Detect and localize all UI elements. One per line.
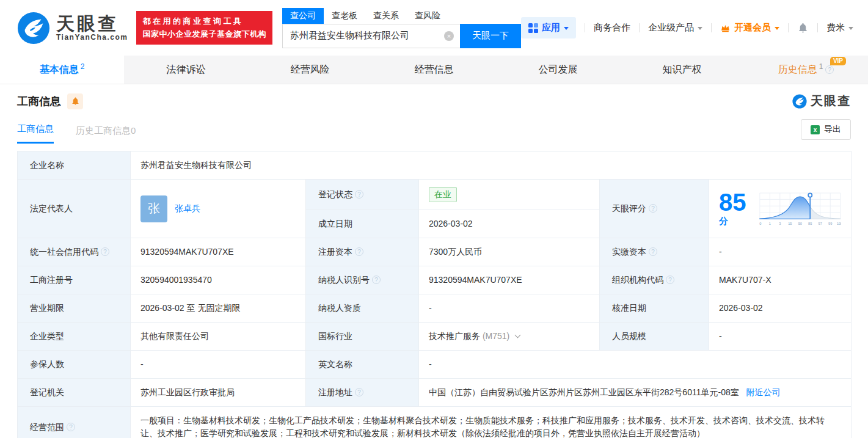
tianyan-score[interactable]: 85分 [719, 189, 841, 229]
divider [788, 23, 789, 32]
header-menu: 应用 商务合作 企业级产品 开通会员 费米 [521, 17, 853, 38]
logo-en-text: TianYanCha.com [56, 33, 128, 42]
bell-icon [71, 97, 80, 106]
table-row: 经营范围? 一般项目：生物基材料技术研发；生物化工产品技术研发；生物基材料聚合技… [18, 407, 852, 438]
help-icon[interactable]: ? [67, 423, 75, 431]
cooperation-label: 商务合作 [594, 22, 630, 34]
help-icon[interactable]: ? [649, 247, 657, 256]
field-value: 91320594MAK7U707XE [140, 247, 234, 257]
chevron-down-icon[interactable] [515, 332, 521, 338]
field-value: 7300万人民币 [429, 247, 482, 257]
help-icon[interactable]: ? [355, 190, 363, 199]
table-row: 登记机关 苏州工业园区行政审批局 注册地址? 中国（江苏）自由贸易试验片区苏州片… [18, 379, 852, 407]
watermark-text: 天眼查 [811, 93, 851, 109]
subtab-business-info[interactable]: 工商信息 [17, 123, 54, 144]
field-value: - [719, 331, 722, 341]
help-icon[interactable]: ? [101, 247, 109, 256]
slogan-line1: 都在用的商业查询工具 [142, 15, 266, 27]
svg-text:15: 15 [788, 222, 792, 225]
bell-icon [797, 22, 809, 34]
avatar[interactable]: 张 [140, 195, 167, 222]
slogan-line2: 国家中小企业发展子基金旗下机构 [142, 28, 266, 40]
legal-rep-link[interactable]: 张卓兵 [175, 202, 200, 215]
tab-basic-info[interactable]: 基本信息2 [0, 56, 124, 84]
tab-label: 基本信息 [40, 64, 79, 76]
tianyancha-logo-icon [17, 12, 50, 45]
field-value: 2026-03-02 至 无固定期限 [140, 303, 240, 313]
field-label: 参保人数 [30, 359, 64, 369]
apps-label: 应用 [542, 22, 560, 34]
industry-value: 技术推广服务 [429, 331, 480, 341]
search-tab-risk[interactable]: 查风险 [407, 8, 448, 24]
clear-icon[interactable]: × [444, 31, 454, 41]
svg-text:50: 50 [798, 222, 801, 225]
tab-history-info[interactable]: VIP 历史信息1 ? [744, 56, 868, 84]
field-label: 工商注册号 [30, 275, 73, 285]
member-label: 开通会员 [734, 22, 771, 34]
field-label: 营业期限 [30, 303, 64, 313]
help-icon[interactable]: ? [355, 388, 363, 396]
tianyancha-watermark: 天眼查 [792, 93, 851, 109]
field-label: 企业名称 [30, 160, 64, 170]
tab-intellectual-property[interactable]: 知识产权 [620, 56, 744, 84]
tab-legal-proceedings[interactable]: 法律诉讼 [124, 56, 248, 84]
search-input[interactable] [282, 24, 460, 48]
chevron-down-icon [848, 27, 853, 30]
field-value: 2026-03-02 [719, 303, 763, 313]
tab-operation-info[interactable]: 经营信息 [372, 56, 496, 84]
tab-label: 公司发展 [539, 64, 578, 76]
table-row: 营业期限 2026-03-02 至 无固定期限 纳税人资质 - 核准日期 202… [18, 294, 852, 323]
help-icon[interactable]: ? [355, 247, 363, 256]
tab-operation-risk[interactable]: 经营风险 [248, 56, 372, 84]
svg-text:99: 99 [828, 222, 832, 225]
business-cooperation-link[interactable]: 商务合作 [594, 22, 630, 34]
search-area: 查公司 查老板 查关系 查风险 × 天眼一下 [282, 8, 521, 48]
svg-text:3: 3 [779, 222, 781, 225]
field-label: 企业类型 [30, 331, 64, 341]
field-label: 国标行业 [318, 331, 352, 341]
tab-company-development[interactable]: 公司发展 [496, 56, 620, 84]
open-membership-menu[interactable]: 开通会员 [720, 22, 779, 34]
help-icon[interactable]: ? [649, 204, 657, 213]
subtab-history-business-info[interactable]: 历史工商信息0 [76, 125, 136, 144]
tab-count: 1 [819, 62, 823, 71]
help-icon[interactable]: ? [666, 276, 674, 284]
search-button[interactable]: 天眼一下 [460, 24, 521, 48]
enterprise-products-menu[interactable]: 企业级产品 [648, 22, 702, 34]
field-value: 320594001935470 [140, 275, 212, 285]
table-row: 工商注册号 320594001935470 纳税人识别号? 91320594MA… [18, 266, 852, 294]
user-account-menu[interactable]: 费米 [826, 22, 853, 34]
chevron-down-icon [698, 27, 702, 30]
field-label: 注册地址 [318, 387, 352, 397]
monitor-bell-button[interactable] [67, 93, 83, 109]
search-tab-relation[interactable]: 查关系 [365, 8, 407, 24]
search-tab-boss[interactable]: 查老板 [324, 8, 365, 24]
search-tab-company[interactable]: 查公司 [282, 8, 324, 24]
tianyancha-logo[interactable]: 天眼查 TianYanCha.com [17, 12, 128, 45]
field-label: 纳税人资质 [318, 303, 361, 313]
notifications-button[interactable] [797, 22, 809, 34]
table-row: 企业类型 其他有限责任公司 国标行业 技术推广服务 (M751) 人员规模 - [18, 323, 852, 351]
field-value: 91320594MAK7U707XE [429, 275, 522, 285]
industry-code: (M751) [483, 331, 509, 341]
export-button[interactable]: x 导出 [801, 119, 851, 140]
nearby-companies-link[interactable]: 附近公司 [746, 387, 781, 397]
field-label: 实缴资本 [612, 247, 646, 257]
business-scope-value: 一般项目：生物基材料技术研发；生物化工产品技术研发；生物基材料聚合技术研发；生物… [140, 415, 825, 438]
score-distribution-chart: 01 315 5085 9799 100 [759, 189, 841, 229]
svg-text:97: 97 [818, 222, 822, 225]
tab-label: 经营风险 [291, 64, 330, 76]
tab-label: 知识产权 [663, 64, 702, 76]
field-label: 天眼评分 [612, 203, 646, 213]
field-value: 2026-03-02 [429, 219, 473, 228]
apps-menu[interactable]: 应用 [521, 17, 576, 38]
svg-text:85: 85 [808, 222, 812, 225]
apps-grid-icon [528, 23, 538, 33]
help-icon[interactable]: ? [372, 276, 381, 284]
help-icon[interactable]: ? [825, 65, 834, 74]
tab-label: 经营信息 [415, 64, 454, 76]
address-value: 中国（江苏）自由贸易试验片区苏州片区苏州工业园区东平街282号6011单元-08… [429, 387, 739, 397]
business-info-table: 企业名称 苏州君益安生物科技有限公司 法定代表人 张 张卓兵 登记状态? 在业 … [17, 151, 852, 438]
table-row: 参保人数 - 英文名称 - [18, 351, 852, 379]
field-label: 英文名称 [318, 359, 352, 369]
